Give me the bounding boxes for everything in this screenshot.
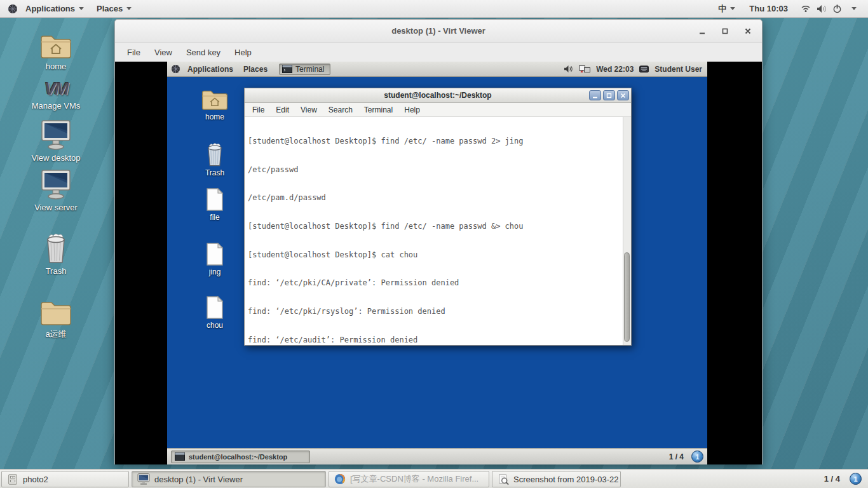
minimize-button[interactable] (589, 90, 601, 100)
menu-view[interactable]: View (147, 44, 179, 60)
taskbar-item-label: photo2 (23, 475, 48, 484)
document-icon (191, 240, 239, 266)
menu-file[interactable]: File (120, 44, 147, 60)
menu-send-key[interactable]: Send key (179, 44, 227, 60)
vm-desktop-icon-home[interactable]: home (191, 87, 239, 121)
vm-desktop-icon-label: file (191, 213, 239, 222)
maximize-button[interactable] (603, 90, 615, 100)
maximize-button[interactable] (720, 26, 730, 36)
chevron-down-icon (126, 7, 132, 10)
pager-label: 1 / 4 (824, 474, 840, 484)
places-menu[interactable]: Places (92, 1, 137, 16)
vm-terminal-task-label: Terminal (295, 65, 324, 74)
menu-edit[interactable]: Edit (270, 104, 295, 116)
clock[interactable]: Thu 10:03 (743, 1, 794, 16)
vm-bottom-panel: student@localhost:~/Desktop 1 / 4 1 (167, 448, 707, 464)
vm-desktop-icon-file[interactable]: file (191, 185, 239, 222)
system-menu[interactable] (797, 4, 860, 13)
applications-menu[interactable]: Applications (20, 1, 89, 16)
close-button[interactable] (617, 90, 629, 100)
close-button[interactable] (743, 26, 753, 36)
workspace-switcher[interactable]: 1 (691, 451, 703, 463)
menu-search[interactable]: Search (323, 104, 358, 116)
menu-help[interactable]: Help (398, 104, 426, 116)
vm-desktop-icon-jing[interactable]: jing (191, 240, 239, 276)
document-icon (191, 185, 239, 212)
trash-icon (25, 229, 86, 264)
top-panel: Applications Places 中 Thu 10:03 (0, 0, 868, 18)
desktop-icon-trash[interactable]: Trash (25, 229, 86, 276)
taskbar-item-label: desktop (1) - Virt Viewer (154, 475, 243, 484)
menu-terminal[interactable]: Terminal (358, 104, 398, 116)
wifi-icon (801, 4, 811, 13)
desktop-icon-view-desktop[interactable]: View desktop (25, 118, 86, 163)
keyboard-icon[interactable] (639, 65, 649, 73)
screenshot-icon (498, 473, 509, 485)
desktop-icon-label: home (25, 62, 86, 71)
taskbar-item-screenshot[interactable]: Screenshot from 2019-03-22 1... (492, 471, 621, 487)
vm-window-list-terminal[interactable]: Terminal (279, 64, 330, 75)
scrollbar-thumb[interactable] (624, 252, 630, 342)
input-method-indicator[interactable]: 中 (713, 1, 740, 17)
vm-clock[interactable]: Wed 22:03 (596, 65, 634, 74)
vm-applications-menu[interactable]: Applications (182, 63, 238, 76)
vm-desktop-background[interactable]: Applications Places Terminal (167, 62, 707, 464)
menu-view[interactable]: View (295, 104, 323, 116)
archive-manager-icon (7, 473, 18, 485)
virt-viewer-window: desktop (1) - Virt Viewer File View Send… (114, 19, 763, 464)
terminal-menubar: File Edit View Search Terminal Help (245, 103, 631, 117)
terminal-output[interactable]: [student@localhost Desktop]$ find /etc/ … (245, 117, 631, 345)
terminal-titlebar[interactable]: student@localhost:~/Desktop (245, 88, 631, 103)
desktop-icon-label: View server (25, 203, 86, 212)
window-title: desktop (1) - Virt Viewer (391, 26, 485, 36)
folder-icon (25, 294, 86, 327)
network-icon[interactable] (579, 65, 590, 73)
maximize-icon (722, 28, 728, 34)
terminal-icon (282, 65, 292, 73)
desktop-icon-manage-vms[interactable]: VM Manage VMs (25, 75, 86, 111)
chevron-down-icon (79, 7, 84, 10)
minimize-button[interactable] (697, 26, 707, 36)
minimize-icon (699, 28, 705, 34)
volume-icon[interactable] (564, 65, 573, 73)
menu-help[interactable]: Help (227, 44, 259, 60)
applications-menu-label: Applications (25, 4, 75, 13)
virt-manager-icon: VM (25, 75, 86, 99)
virt-viewer-menubar: File View Send key Help (115, 43, 762, 62)
vm-desktop-icon-label: Trash (191, 168, 239, 177)
taskbar-item-virt-viewer[interactable]: desktop (1) - Virt Viewer (132, 471, 326, 487)
virt-viewer-titlebar[interactable]: desktop (1) - Virt Viewer (115, 20, 762, 43)
vm-desktop-icon-trash[interactable]: Trash (191, 139, 239, 177)
terminal-scrollbar[interactable] (623, 117, 631, 345)
terminal-icon (175, 452, 185, 461)
trash-icon (191, 139, 239, 167)
desktop-icon-label: View desktop (25, 153, 86, 163)
distro-icon[interactable] (8, 4, 18, 14)
workspace-switcher[interactable]: 1 (850, 473, 862, 485)
menu-file[interactable]: File (247, 104, 270, 116)
desktop-icon-ayunwei[interactable]: a运维 (25, 294, 86, 340)
vm-desktop-icon-label: home (191, 112, 239, 121)
monitor-icon (137, 473, 150, 485)
window-list-panel: photo2 desktop (1) - Virt Viewer (0, 469, 868, 488)
vm-pager-label: 1 / 4 (669, 452, 684, 461)
chevron-down-icon (851, 7, 857, 10)
desktop-icon-view-server[interactable]: View server (25, 168, 86, 212)
power-icon (832, 4, 842, 13)
taskbar-item-photo2[interactable]: photo2 (1, 471, 129, 487)
firefox-icon (334, 473, 346, 485)
vm-user-menu[interactable]: Student User (654, 65, 702, 74)
volume-icon (817, 4, 827, 13)
terminal-line: [student@localhost Desktop]$ cat chou (248, 250, 631, 260)
distro-icon[interactable] (171, 64, 180, 74)
vm-places-menu[interactable]: Places (238, 63, 273, 76)
vm-desktop-icon-chou[interactable]: chou (191, 293, 239, 330)
terminal-line: find: ‘/etc/pki/rsyslog’: Permission den… (248, 307, 631, 316)
desktop-icon-home[interactable]: home (25, 28, 86, 71)
taskbar-item-firefox[interactable]: [写文章-CSDN博客 - Mozilla Firef... (329, 471, 489, 487)
vm-taskbar-item-terminal[interactable]: student@localhost:~/Desktop (171, 451, 310, 463)
taskbar-item-label: Screenshot from 2019-03-22 1... (513, 475, 621, 484)
maximize-icon (606, 93, 612, 98)
chevron-down-icon (730, 7, 735, 10)
terminal-line: find: ‘/etc/audit’: Permission denied (248, 336, 631, 345)
